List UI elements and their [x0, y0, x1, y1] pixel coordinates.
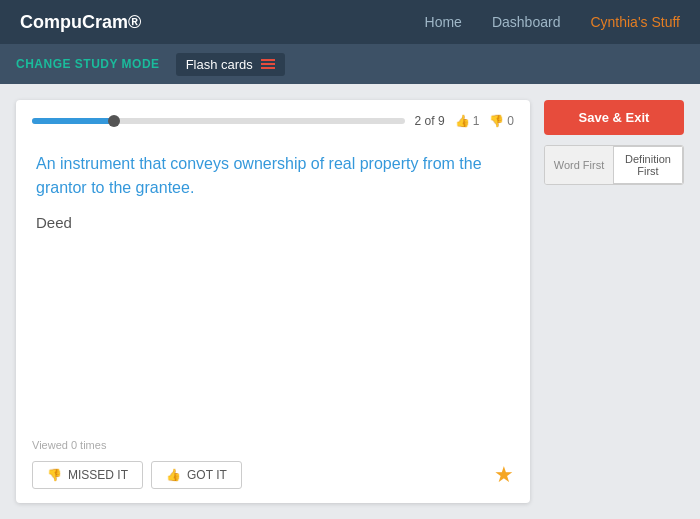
order-toggle: Word First Definition First [544, 145, 684, 185]
logo-bold: Cram [82, 12, 128, 32]
got-it-label: GOT IT [187, 468, 227, 482]
logo-symbol: ® [128, 12, 141, 32]
card-body: An instrument that conveys ownership of … [16, 136, 530, 429]
subheader: CHANGE STUDY MODE Flash cards [0, 44, 700, 84]
header: CompuCram® Home Dashboard Cynthia's Stuf… [0, 0, 700, 44]
logo-prefix: Compu [20, 12, 82, 32]
card-actions: 👎 MISSED IT 👍 GOT IT ★ [32, 461, 514, 489]
thumbs-up-icon: 👍 [455, 114, 470, 128]
favorite-star-icon[interactable]: ★ [494, 462, 514, 488]
progress-bar[interactable] [32, 118, 405, 124]
thumbs-down-btn-icon: 👎 [47, 468, 62, 482]
nav: Home Dashboard Cynthia's Stuff [425, 14, 680, 30]
word-first-button[interactable]: Word First [545, 146, 613, 184]
main-content: 2 of 9 👍 1 👎 0 An instrument that convey… [0, 84, 700, 519]
progress-thumb [108, 115, 120, 127]
right-panel: Save & Exit Word First Definition First [544, 100, 684, 503]
progress-count: 2 of 9 [415, 114, 445, 128]
nav-dashboard[interactable]: Dashboard [492, 14, 561, 30]
logo: CompuCram® [20, 12, 141, 33]
missed-it-label: MISSED IT [68, 468, 128, 482]
card-footer: Viewed 0 times 👎 MISSED IT 👍 GOT IT ★ [16, 429, 530, 503]
thumbs-up-count: 1 [473, 114, 480, 128]
card-word: Deed [36, 214, 510, 231]
save-exit-button[interactable]: Save & Exit [544, 100, 684, 135]
viewed-count: Viewed 0 times [32, 439, 514, 451]
missed-it-button[interactable]: 👎 MISSED IT [32, 461, 143, 489]
thumbs-down-stat: 👎 0 [489, 114, 514, 128]
nav-user[interactable]: Cynthia's Stuff [590, 14, 680, 30]
definition-first-button[interactable]: Definition First [613, 146, 683, 184]
mode-badge[interactable]: Flash cards [176, 53, 285, 76]
change-study-mode-button[interactable]: CHANGE STUDY MODE [16, 57, 160, 71]
action-buttons: 👎 MISSED IT 👍 GOT IT [32, 461, 242, 489]
hamburger-icon[interactable] [261, 59, 275, 69]
nav-home[interactable]: Home [425, 14, 462, 30]
card-definition: An instrument that conveys ownership of … [36, 152, 510, 200]
thumbs-up-stat: 👍 1 [455, 114, 480, 128]
progress-info: 2 of 9 👍 1 👎 0 [415, 114, 514, 128]
mode-label: Flash cards [186, 57, 253, 72]
progress-fill [32, 118, 114, 124]
progress-area: 2 of 9 👍 1 👎 0 [16, 100, 530, 136]
flashcard: 2 of 9 👍 1 👎 0 An instrument that convey… [16, 100, 530, 503]
thumbs-up-btn-icon: 👍 [166, 468, 181, 482]
got-it-button[interactable]: 👍 GOT IT [151, 461, 242, 489]
thumbs-down-count: 0 [507, 114, 514, 128]
thumbs-down-icon: 👎 [489, 114, 504, 128]
